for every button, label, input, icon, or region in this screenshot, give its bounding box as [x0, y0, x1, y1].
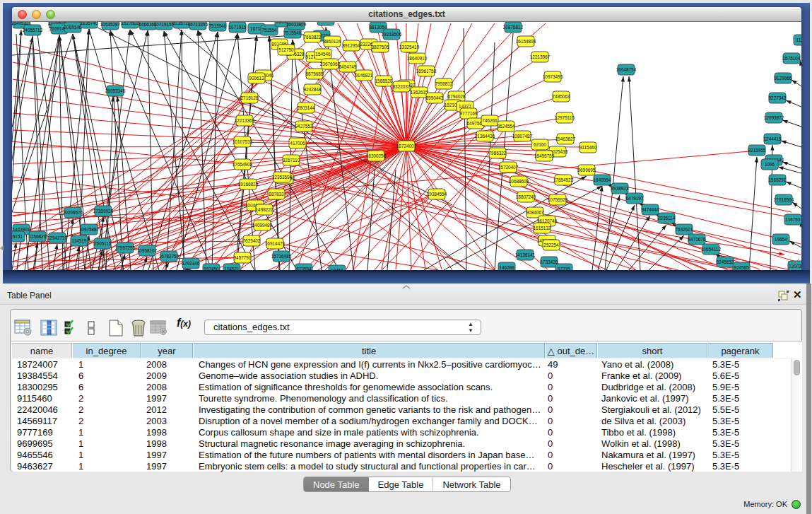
svg-text:16914479: 16914479 — [265, 241, 286, 246]
svg-text:146086: 146086 — [499, 265, 514, 270]
svg-text:3827505: 3827505 — [372, 45, 389, 49]
svg-text:1569291: 1569291 — [769, 177, 787, 182]
svg-text:7955812: 7955812 — [435, 81, 453, 86]
svg-text:17957255: 17957255 — [115, 245, 136, 250]
svg-text:19218506: 19218506 — [382, 32, 402, 37]
svg-text:16648754: 16648754 — [616, 67, 637, 72]
svg-text:12093872: 12093872 — [764, 115, 784, 120]
svg-text:203377: 203377 — [318, 22, 334, 23]
svg-text:2803144: 2803144 — [298, 105, 315, 110]
svg-text:19654: 19654 — [775, 237, 787, 242]
svg-text:9427552: 9427552 — [295, 124, 313, 129]
svg-text:10719155: 10719155 — [154, 22, 175, 27]
svg-text:17359938: 17359938 — [93, 209, 114, 214]
svg-text:1096: 1096 — [765, 162, 775, 167]
svg-text:62160: 62160 — [534, 142, 546, 147]
svg-text:7485063: 7485063 — [553, 94, 570, 99]
svg-text:13325419: 13325419 — [399, 45, 420, 49]
svg-text:5875685: 5875685 — [306, 71, 324, 76]
svg-text:9699695: 9699695 — [578, 168, 596, 173]
svg-text:9474444: 9474444 — [642, 207, 659, 212]
svg-text:6479197: 6479197 — [626, 196, 644, 201]
svg-text:8938923: 8938923 — [611, 186, 629, 191]
svg-text:19463627: 19463627 — [555, 136, 576, 141]
svg-text:1640954: 1640954 — [594, 177, 611, 182]
svg-text:751554: 751554 — [261, 28, 277, 33]
svg-text:10756928: 10756928 — [548, 197, 568, 202]
svg-text:1588520: 1588520 — [375, 78, 393, 83]
svg-text:1071915: 1071915 — [229, 25, 247, 30]
svg-text:417006: 417006 — [290, 141, 305, 146]
svg-text:1362615: 1362615 — [411, 90, 428, 95]
svg-text:7663822: 7663822 — [304, 35, 322, 40]
svg-text:1527602: 1527602 — [122, 22, 139, 25]
svg-text:1244415: 1244415 — [764, 136, 782, 141]
svg-text:24055713: 24055713 — [23, 28, 43, 33]
svg-text:8990443: 8990443 — [426, 95, 444, 100]
svg-text:9129966: 9129966 — [775, 76, 792, 81]
svg-text:16154808: 16154808 — [516, 39, 536, 44]
svg-text:15720407: 15720407 — [498, 165, 519, 170]
svg-text:11123: 11123 — [796, 37, 801, 42]
svg-text:12942737: 12942737 — [47, 235, 68, 240]
svg-text:3624554: 3624554 — [498, 124, 515, 129]
svg-text:10107533: 10107533 — [233, 139, 253, 144]
svg-text:9084067: 9084067 — [526, 210, 544, 215]
svg-text:746266: 746266 — [482, 118, 498, 123]
svg-text:104521: 104521 — [224, 267, 240, 270]
svg-text:19166825: 19166825 — [238, 182, 259, 187]
svg-text:14136141: 14136141 — [515, 252, 536, 257]
svg-text:9115460: 9115460 — [579, 145, 597, 150]
svg-text:1498222: 1498222 — [256, 207, 273, 212]
svg-text:2069146: 2069146 — [64, 25, 82, 30]
svg-text:26053346: 26053346 — [105, 88, 126, 93]
svg-text:23676068: 23676068 — [320, 62, 341, 66]
svg-text:9146821: 9146821 — [355, 73, 373, 78]
svg-text:6794028: 6794028 — [448, 94, 466, 99]
svg-text:9242848: 9242848 — [304, 87, 322, 92]
svg-text:16713355: 16713355 — [188, 22, 208, 27]
svg-text:8454749: 8454749 — [339, 64, 357, 69]
svg-text:887833: 887833 — [269, 192, 284, 197]
svg-text:8912954: 8912954 — [343, 43, 360, 48]
svg-text:9457791: 9457791 — [234, 255, 252, 260]
svg-text:8322037: 8322037 — [393, 84, 411, 89]
svg-text:924565: 924565 — [734, 265, 749, 270]
svg-text:12213967: 12213967 — [530, 54, 551, 59]
svg-text:8860124: 8860124 — [324, 39, 341, 44]
svg-text:17654908: 17654908 — [233, 162, 253, 167]
svg-text:252254: 252254 — [543, 243, 559, 247]
svg-text:873594: 873594 — [296, 267, 312, 270]
svg-text:10807487: 10807487 — [512, 134, 533, 139]
svg-text:39151: 39151 — [12, 234, 23, 239]
svg-text:16961758: 16961758 — [416, 69, 437, 74]
svg-text:14099489: 14099489 — [252, 223, 273, 228]
svg-text:992450: 992450 — [204, 267, 219, 270]
svg-text:18724007: 18724007 — [396, 144, 417, 148]
svg-text:10688609: 10688609 — [509, 179, 529, 184]
svg-text:19384554: 19384554 — [427, 192, 447, 197]
svg-text:8215955: 8215955 — [748, 148, 766, 153]
svg-text:16033809: 16033809 — [286, 22, 307, 27]
svg-text:18300295: 18300295 — [366, 153, 387, 158]
svg-text:912750: 912750 — [278, 47, 294, 52]
svg-text:10973493: 10973493 — [543, 74, 563, 79]
svg-text:1292346: 1292346 — [182, 261, 200, 266]
svg-text:7515546: 7515546 — [284, 30, 302, 35]
svg-text:17016504: 17016504 — [774, 197, 794, 202]
svg-text:1575104: 1575104 — [783, 56, 801, 61]
svg-text:9777169: 9777169 — [460, 111, 478, 116]
svg-text:12213369: 12213369 — [235, 118, 255, 123]
svg-text:7515546: 7515546 — [209, 23, 227, 28]
svg-text:20876812: 20876812 — [503, 25, 524, 30]
svg-text:1733426: 1733426 — [541, 259, 558, 264]
svg-text:8471676: 8471676 — [688, 237, 706, 242]
svg-text:18640910: 18640910 — [407, 56, 428, 61]
svg-text:12975115: 12975115 — [555, 115, 575, 120]
svg-text:7625402: 7625402 — [243, 238, 261, 243]
svg-text:7986322: 7986322 — [489, 151, 507, 156]
svg-text:154546: 154546 — [315, 52, 331, 57]
svg-text:1615132: 1615132 — [534, 226, 551, 230]
svg-text:18807249: 18807249 — [516, 194, 536, 199]
svg-text:3267110: 3267110 — [283, 158, 300, 163]
